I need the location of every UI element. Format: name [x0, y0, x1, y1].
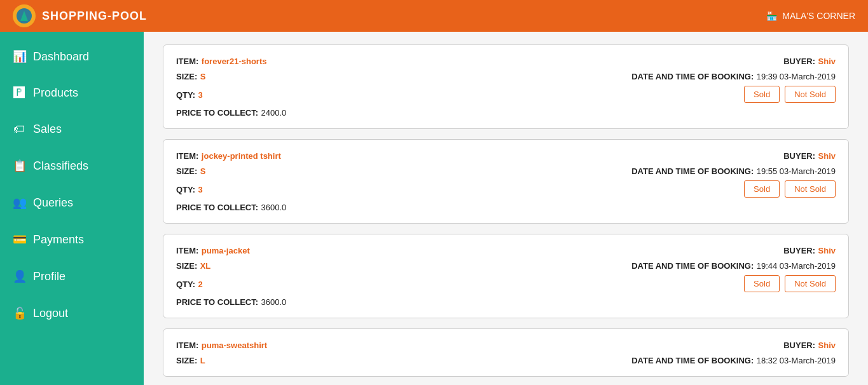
- size-value-0: S: [200, 72, 206, 81]
- item-field-2: ITEM: puma-jacket: [176, 245, 250, 256]
- sidebar-label-classifieds: Classifieds: [33, 159, 88, 173]
- header-left: SHOPPING-POOL: [13, 4, 147, 27]
- item-value-3: puma-sweatshirt: [202, 341, 267, 350]
- item-label-1: ITEM:: [176, 151, 198, 161]
- date-value-3: 18:32 03-March-2019: [757, 356, 836, 365]
- card-row-price-0: PRICE TO COLLECT: 2400.0: [176, 107, 836, 118]
- price-field-1: PRICE TO COLLECT: 3600.0: [176, 201, 286, 213]
- not-sold-button-2[interactable]: Not Sold: [785, 275, 836, 292]
- qty-label-1: QTY:: [176, 185, 195, 194]
- sold-button-0[interactable]: Sold: [744, 86, 780, 103]
- sidebar-item-profile[interactable]: 👤 Profile: [0, 258, 144, 295]
- sidebar-item-logout[interactable]: 🔓 Logout: [0, 295, 144, 332]
- item-label-3: ITEM:: [176, 341, 198, 350]
- qty-field-2: QTY: 2: [176, 278, 203, 290]
- qty-field-0: QTY: 3: [176, 89, 203, 100]
- sidebar: 📊 Dashboard 🅿 Products 🏷 Sales 📋 Classif…: [0, 32, 144, 385]
- price-value-2: 3600.0: [261, 297, 287, 307]
- date-value-0: 19:39 03-March-2019: [757, 72, 836, 81]
- date-label-0: DATE AND TIME OF BOOKING:: [631, 72, 754, 81]
- price-field-0: PRICE TO COLLECT: 2400.0: [176, 107, 286, 118]
- layout: 📊 Dashboard 🅿 Products 🏷 Sales 📋 Classif…: [0, 32, 868, 385]
- booking-card-0: ITEM: forever21-shorts BUYER: Shiv SIZE:…: [163, 44, 849, 129]
- size-label-0: SIZE:: [176, 72, 197, 81]
- card-row-qty-actions-2: QTY: 2 Sold Not Sold: [176, 275, 836, 292]
- price-field-2: PRICE TO COLLECT: 3600.0: [176, 296, 286, 307]
- item-value-2: puma-jacket: [202, 246, 250, 255]
- size-label-1: SIZE:: [176, 166, 197, 176]
- card-row-qty-actions-0: QTY: 3 Sold Not Sold: [176, 86, 836, 103]
- card-row-size-date-0: SIZE: S DATE AND TIME OF BOOKING: 19:39 …: [176, 71, 836, 82]
- price-label-1: PRICE TO COLLECT:: [176, 203, 258, 212]
- size-label-3: SIZE:: [176, 356, 197, 365]
- store-name: MALA'S CORNER: [782, 11, 855, 21]
- size-field-2: SIZE: XL: [176, 260, 210, 271]
- date-info-1: DATE AND TIME OF BOOKING: 19:55 03-March…: [631, 165, 836, 177]
- not-sold-button-0[interactable]: Not Sold: [785, 86, 836, 103]
- sidebar-item-queries[interactable]: 👥 Queries: [0, 184, 144, 221]
- header-right: 🏪 MALA'S CORNER: [766, 11, 855, 21]
- logout-icon: 🔓: [13, 306, 25, 320]
- card-row-size-date-1: SIZE: S DATE AND TIME OF BOOKING: 19:55 …: [176, 165, 836, 177]
- size-label-2: SIZE:: [176, 261, 197, 271]
- card-row-item-buyer-1: ITEM: jockey-printed tshirt BUYER: Shiv: [176, 150, 836, 161]
- qty-field-1: QTY: 3: [176, 184, 203, 195]
- card-row-item-buyer-2: ITEM: puma-jacket BUYER: Shiv: [176, 245, 836, 256]
- logo-icon: [13, 4, 36, 27]
- card-actions-1: Sold Not Sold: [744, 180, 836, 198]
- main-content: ITEM: forever21-shorts BUYER: Shiv SIZE:…: [144, 32, 868, 385]
- sidebar-item-sales[interactable]: 🏷 Sales: [0, 111, 144, 147]
- sidebar-label-profile: Profile: [33, 270, 65, 283]
- sold-button-2[interactable]: Sold: [744, 275, 780, 292]
- sidebar-item-classifieds[interactable]: 📋 Classifieds: [0, 147, 144, 184]
- size-value-3: L: [200, 356, 205, 365]
- buyer-label-3: BUYER:: [783, 341, 815, 350]
- classifieds-icon: 📋: [13, 159, 25, 173]
- buyer-value-0: Shiv: [818, 57, 836, 66]
- date-value-1: 19:55 03-March-2019: [757, 166, 836, 176]
- size-field-0: SIZE: S: [176, 71, 205, 82]
- size-value-2: XL: [200, 261, 211, 271]
- queries-icon: 👥: [13, 196, 25, 210]
- item-label-2: ITEM:: [176, 246, 198, 255]
- buyer-value-2: Shiv: [818, 246, 836, 255]
- card-actions-2: Sold Not Sold: [744, 275, 836, 292]
- sidebar-label-products: Products: [33, 86, 78, 100]
- not-sold-button-1[interactable]: Not Sold: [785, 180, 836, 198]
- buyer-value-3: Shiv: [818, 341, 836, 350]
- booking-card-3: ITEM: puma-sweatshirt BUYER: Shiv SIZE: …: [163, 328, 849, 377]
- buyer-info-2: BUYER: Shiv: [783, 245, 836, 256]
- sold-button-1[interactable]: Sold: [744, 180, 780, 198]
- item-label-0: ITEM:: [176, 57, 198, 66]
- qty-value-1: 3: [198, 185, 203, 194]
- price-label-2: PRICE TO COLLECT:: [176, 297, 258, 307]
- payments-icon: 💳: [13, 233, 25, 247]
- profile-icon: 👤: [13, 269, 25, 283]
- size-field-3: SIZE: L: [176, 355, 205, 366]
- item-field-0: ITEM: forever21-shorts: [176, 55, 266, 67]
- sidebar-label-payments: Payments: [33, 233, 84, 247]
- qty-value-2: 2: [198, 280, 203, 289]
- date-label-1: DATE AND TIME OF BOOKING:: [631, 166, 754, 176]
- size-field-1: SIZE: S: [176, 165, 205, 177]
- card-row-item-buyer-3: ITEM: puma-sweatshirt BUYER: Shiv: [176, 339, 836, 351]
- buyer-value-1: Shiv: [818, 151, 836, 161]
- sidebar-item-dashboard[interactable]: 📊 Dashboard: [0, 38, 144, 75]
- buyer-label-0: BUYER:: [783, 57, 815, 66]
- price-value-0: 2400.0: [261, 108, 287, 118]
- item-value-1: jockey-printed tshirt: [202, 151, 281, 161]
- buyer-info-1: BUYER: Shiv: [783, 150, 836, 161]
- date-info-3: DATE AND TIME OF BOOKING: 18:32 03-March…: [631, 355, 836, 366]
- size-value-1: S: [200, 166, 206, 176]
- app-title: SHOPPING-POOL: [42, 10, 147, 23]
- store-icon: 🏪: [766, 11, 777, 21]
- sidebar-item-payments[interactable]: 💳 Payments: [0, 221, 144, 258]
- card-row-item-buyer-0: ITEM: forever21-shorts BUYER: Shiv: [176, 55, 836, 67]
- header: SHOPPING-POOL 🏪 MALA'S CORNER: [0, 0, 868, 32]
- qty-label-2: QTY:: [176, 280, 195, 289]
- sidebar-label-logout: Logout: [33, 307, 68, 320]
- sidebar-item-products[interactable]: 🅿 Products: [0, 75, 144, 111]
- price-value-1: 3600.0: [261, 203, 287, 212]
- buyer-info-3: BUYER: Shiv: [783, 339, 836, 351]
- qty-label-0: QTY:: [176, 90, 195, 100]
